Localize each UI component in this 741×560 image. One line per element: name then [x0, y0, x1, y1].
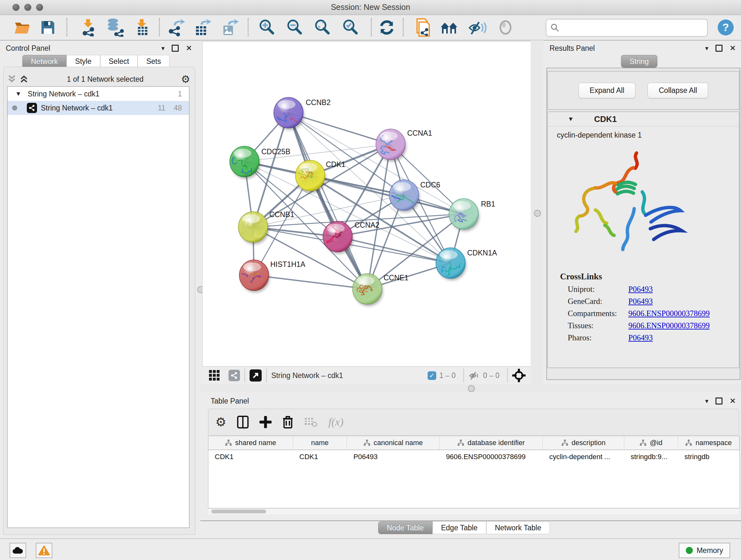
- delete-column-icon[interactable]: [282, 416, 293, 428]
- results-panel-maximize-icon[interactable]: [716, 45, 723, 52]
- open-in-window-icon[interactable]: [250, 369, 262, 381]
- network-edge[interactable]: [254, 275, 367, 289]
- column-header-database-identifier[interactable]: database identifier: [440, 436, 543, 449]
- refresh-icon: [378, 19, 395, 36]
- column-header-namespace[interactable]: namespace: [678, 436, 739, 449]
- tab-node-table[interactable]: Node Table: [378, 521, 432, 534]
- zoom-fit-button[interactable]: [313, 17, 332, 37]
- home-button[interactable]: [440, 17, 459, 37]
- zoom-fit-icon: [314, 19, 331, 36]
- tab-edge-table[interactable]: Edge Table: [432, 521, 486, 534]
- collection-expander-icon[interactable]: ▼: [15, 90, 21, 98]
- network-collection-row[interactable]: ▼ String Network – cdk1 1: [8, 87, 189, 101]
- network-node-hist1h1a[interactable]: HIST1H1A: [238, 260, 306, 293]
- table-cell[interactable]: 9606.ENSP00000378699: [440, 450, 543, 463]
- warnings-button[interactable]: [36, 543, 52, 558]
- network-node-cdkn1a[interactable]: CDKN1A: [434, 248, 497, 280]
- tab-network-table[interactable]: Network Table: [486, 521, 550, 534]
- save-session-button[interactable]: [38, 17, 57, 37]
- memory-button[interactable]: Memory: [679, 543, 730, 558]
- tab-string[interactable]: String: [621, 55, 657, 68]
- zoom-out-button[interactable]: [285, 17, 304, 37]
- table-cell[interactable]: stringdb: [678, 450, 739, 463]
- tab-network[interactable]: Network: [22, 55, 66, 68]
- zoom-out-icon: [286, 19, 303, 36]
- import-network-file-button[interactable]: [78, 17, 98, 37]
- show-hide-graphics-button[interactable]: [468, 17, 487, 37]
- expand-all-button[interactable]: Expand All: [579, 83, 636, 98]
- table-panel-maximize-icon[interactable]: [716, 397, 723, 405]
- table-panel-close-icon[interactable]: ✕: [730, 396, 736, 406]
- help-button[interactable]: ?: [716, 17, 735, 37]
- column-header-@id[interactable]: @id: [624, 436, 678, 449]
- control-panel-maximize-icon[interactable]: [172, 45, 179, 52]
- table-cell[interactable]: CDK1: [208, 450, 293, 463]
- eye-slash-icon: [468, 19, 487, 36]
- table-horizontal-scrollbar[interactable]: [208, 508, 739, 514]
- column-header-canonical-name[interactable]: canonical name: [347, 436, 440, 449]
- copy-network-button[interactable]: [414, 17, 433, 37]
- table-cell[interactable]: CDK1: [293, 450, 347, 463]
- crosslink-link[interactable]: P06493: [628, 297, 653, 306]
- table-cell[interactable]: cyclin-dependent ...: [543, 450, 624, 463]
- network-options-gear-icon[interactable]: ⚙: [181, 74, 190, 84]
- network-selection-status: 1 of 1 Network selected: [29, 75, 181, 84]
- collapse-all-icon[interactable]: [8, 75, 17, 83]
- search-input[interactable]: [562, 23, 707, 32]
- crosslink-link[interactable]: 9606.ENSP00000378699: [628, 321, 710, 330]
- crosslink-link[interactable]: 9606.ENSP00000378699: [628, 309, 710, 318]
- birds-eye-grid-icon[interactable]: [209, 370, 220, 381]
- import-network-database-button[interactable]: [105, 17, 125, 37]
- zoom-in-button[interactable]: [257, 17, 276, 37]
- tab-select[interactable]: Select: [100, 55, 138, 68]
- horizontal-splitter[interactable]: [200, 384, 741, 392]
- import-table-file-button[interactable]: [133, 17, 152, 37]
- selected-checkbox-icon[interactable]: ✓: [428, 371, 436, 380]
- network-node-ccnb2[interactable]: CCNB2: [270, 98, 331, 130]
- search-box[interactable]: [546, 19, 708, 37]
- table-options-gear-icon[interactable]: ⚙: [215, 416, 226, 428]
- results-panel-close-icon[interactable]: ✕: [730, 44, 736, 53]
- export-image-button[interactable]: [220, 17, 239, 37]
- show-columns-icon[interactable]: [237, 416, 249, 428]
- table-panel-float-icon[interactable]: ▾: [705, 397, 709, 405]
- delete-table-icon: [304, 417, 318, 428]
- crosslink-label: GeneCard:: [568, 297, 628, 306]
- column-header-label: database identifier: [468, 439, 525, 447]
- vertical-splitter[interactable]: [531, 40, 543, 384]
- column-header-description[interactable]: description: [543, 436, 624, 449]
- add-column-icon[interactable]: [259, 416, 272, 428]
- column-header-shared-name[interactable]: shared name: [208, 436, 293, 449]
- crosslink-link[interactable]: P06493: [628, 285, 653, 294]
- table-row[interactable]: CDK1CDK1P064939606.ENSP00000378699cyclin…: [208, 450, 739, 463]
- results-panel-float-icon[interactable]: ▾: [705, 44, 709, 52]
- string-network-graph[interactable]: CCNB2CCNA1CDC25BCDK1CDC6RB1CCNB1CCNA2HIS…: [203, 42, 531, 367]
- crosshair-icon[interactable]: [512, 369, 526, 382]
- network-node-rb1[interactable]: RB1: [449, 199, 495, 231]
- node-label: CDC25B: [261, 147, 290, 156]
- gene-card-expander-icon[interactable]: ▼: [568, 116, 574, 123]
- network-edge[interactable]: [338, 237, 451, 263]
- network-node-ccnb1[interactable]: CCNB1: [232, 210, 294, 244]
- network-canvas[interactable]: CCNB2CCNA1CDC25BCDK1CDC6RB1CCNB1CCNA2HIS…: [202, 42, 531, 367]
- network-edge[interactable]: [310, 176, 464, 214]
- zoom-selected-button[interactable]: [341, 17, 360, 37]
- network-row-selected[interactable]: String Network – cdk1 11 48: [8, 101, 189, 115]
- crosslink-link[interactable]: P06493: [628, 333, 653, 342]
- column-header-name[interactable]: name: [293, 436, 347, 449]
- cloud-status-button[interactable]: [10, 543, 26, 558]
- collapse-all-button[interactable]: Collapse All: [648, 83, 708, 98]
- network-share-icon[interactable]: [228, 370, 240, 381]
- tab-style[interactable]: Style: [66, 55, 100, 68]
- refresh-button[interactable]: [377, 17, 396, 37]
- selected-counts: 1 – 0: [440, 371, 456, 380]
- tab-sets[interactable]: Sets: [138, 55, 170, 68]
- table-cell[interactable]: P06493: [347, 450, 440, 463]
- export-table-button[interactable]: [193, 17, 212, 37]
- control-panel-float-icon[interactable]: ▾: [161, 44, 165, 52]
- export-network-button[interactable]: [166, 17, 186, 37]
- control-panel-close-icon[interactable]: ✕: [186, 44, 192, 53]
- open-session-button[interactable]: [13, 17, 32, 37]
- expand-all-icon[interactable]: [20, 75, 29, 83]
- table-cell[interactable]: stringdb:9...: [624, 450, 678, 463]
